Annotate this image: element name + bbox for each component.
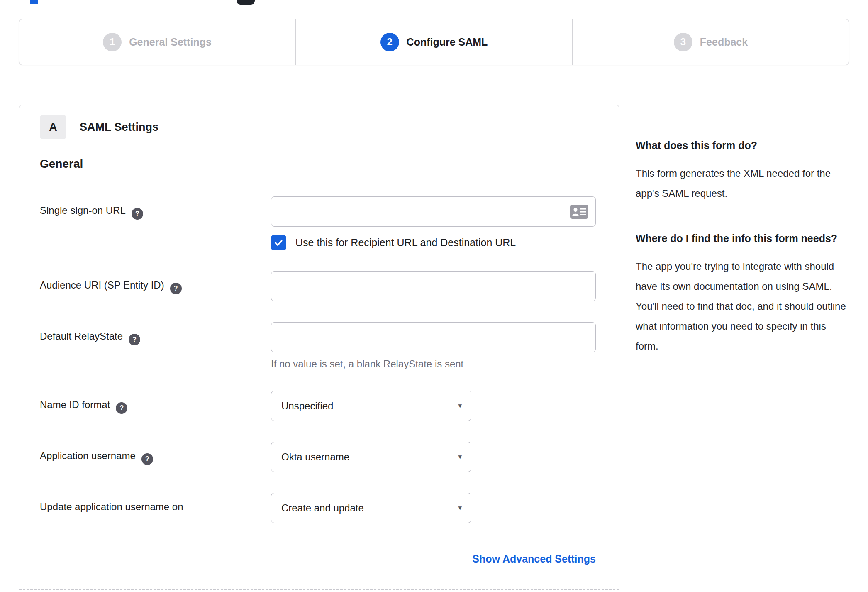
field-label: Single sign-on URL xyxy=(40,205,126,216)
help-icon[interactable]: ? xyxy=(129,334,140,345)
form-row-default-relaystate: Default RelayState? If no value is set, … xyxy=(40,322,595,370)
help-sidebar: What does this form do? This form genera… xyxy=(619,105,851,356)
step-number-badge: 1 xyxy=(103,33,122,51)
saml-settings-panel: A SAML Settings General Single sign-on U… xyxy=(19,105,619,592)
select-value: Unspecified xyxy=(281,400,333,412)
help-icon[interactable]: ? xyxy=(132,208,143,220)
step-label: Configure SAML xyxy=(407,36,488,48)
step-configure-saml[interactable]: 2 Configure SAML xyxy=(296,19,573,65)
form-row-update-application-username: Update application username on Create an… xyxy=(40,493,595,523)
default-relaystate-input[interactable] xyxy=(271,322,596,352)
help-icon[interactable]: ? xyxy=(170,283,182,294)
wizard-stepper: 1 General Settings 2 Configure SAML 3 Fe… xyxy=(19,19,849,65)
chevron-down-icon: ▾ xyxy=(458,504,462,512)
dashed-section-divider xyxy=(19,589,619,590)
checkmark-icon xyxy=(273,237,284,248)
audience-uri-input[interactable] xyxy=(271,271,596,301)
form-row-audience-uri: Audience URI (SP Entity ID)? xyxy=(40,271,595,301)
section-title: SAML Settings xyxy=(80,121,158,134)
step-feedback[interactable]: 3 Feedback xyxy=(573,19,849,65)
field-label: Name ID format xyxy=(40,399,110,410)
form-row-name-id-format: Name ID format? Unspecified ▾ xyxy=(40,391,595,421)
question-mark-glyph: ? xyxy=(174,285,178,292)
general-heading: General xyxy=(40,157,595,171)
contact-card-icon xyxy=(570,205,588,219)
relaystate-helper-text: If no value is set, a blank RelayState i… xyxy=(271,358,596,370)
step-number-badge: 3 xyxy=(674,33,692,51)
help-icon[interactable]: ? xyxy=(116,402,127,414)
cutoff-dark-icon-fragment xyxy=(237,0,255,5)
chevron-down-icon: ▾ xyxy=(458,401,462,410)
name-id-format-select[interactable]: Unspecified ▾ xyxy=(271,391,471,421)
question-mark-glyph: ? xyxy=(135,210,139,218)
help-body: The app you're trying to integrate with … xyxy=(636,257,851,356)
field-label: Default RelayState xyxy=(40,330,123,342)
question-mark-glyph: ? xyxy=(145,455,149,463)
field-label: Audience URI (SP Entity ID) xyxy=(40,279,164,291)
show-advanced-settings-link[interactable]: Show Advanced Settings xyxy=(472,553,596,565)
help-icon[interactable]: ? xyxy=(141,453,153,465)
help-body: This form generates the XML needed for t… xyxy=(636,164,851,203)
step-general-settings[interactable]: 1 General Settings xyxy=(19,19,296,65)
checkbox-label: Use this for Recipient URL and Destinati… xyxy=(295,237,516,249)
application-username-select[interactable]: Okta username ▾ xyxy=(271,442,471,472)
section-a-badge: A xyxy=(40,115,66,139)
form-row-single-sign-on-url: Single sign-on URL? xyxy=(40,196,595,250)
help-section-where: Where do I find the info this form needs… xyxy=(636,229,851,356)
help-section-what: What does this form do? This form genera… xyxy=(636,136,851,203)
step-label: Feedback xyxy=(700,36,748,48)
use-for-recipient-url-checkbox[interactable] xyxy=(271,235,286,250)
update-application-username-select[interactable]: Create and update ▾ xyxy=(271,493,471,523)
field-label: Application username xyxy=(40,450,136,461)
question-mark-glyph: ? xyxy=(119,404,124,412)
step-number-badge: 2 xyxy=(380,33,399,51)
step-label: General Settings xyxy=(129,36,212,48)
select-value: Okta username xyxy=(281,451,349,463)
select-value: Create and update xyxy=(281,502,364,514)
field-label: Update application username on xyxy=(40,501,183,512)
question-mark-glyph: ? xyxy=(132,336,137,343)
cutoff-blue-tab-fragment xyxy=(30,0,38,4)
single-sign-on-url-input[interactable] xyxy=(271,196,596,227)
help-heading: What does this form do? xyxy=(636,136,851,154)
recipient-url-checkbox-row: Use this for Recipient URL and Destinati… xyxy=(271,235,596,250)
form-row-application-username: Application username? Okta username ▾ xyxy=(40,442,595,472)
chevron-down-icon: ▾ xyxy=(458,453,462,461)
section-header: A SAML Settings xyxy=(40,115,595,139)
help-heading: Where do I find the info this form needs… xyxy=(636,229,851,247)
